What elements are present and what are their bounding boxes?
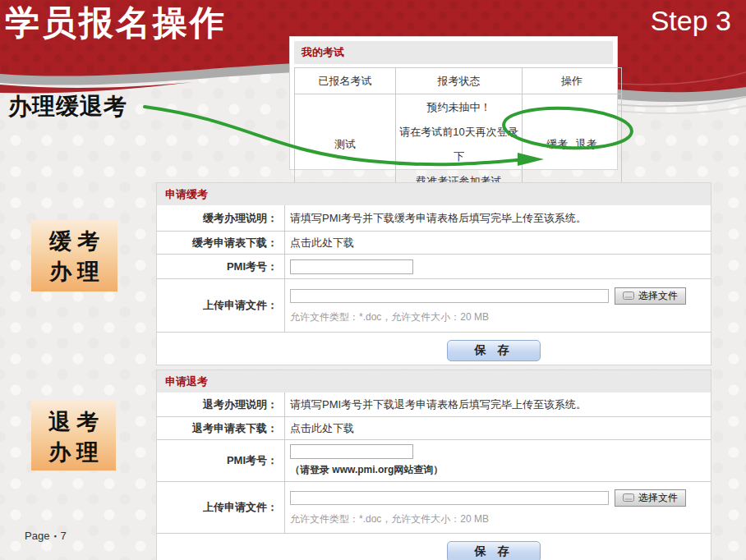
choose-file-button[interactable]: 选择文件	[615, 489, 686, 507]
form-row-download: 退考申请表下载： 点击此处下载	[157, 416, 711, 439]
download-link[interactable]: 点击此处下载	[285, 232, 711, 254]
page-number: Page▪7	[25, 530, 67, 542]
exam-actions-cell: 缓考 退考	[523, 94, 622, 195]
side-label-line: 办理	[31, 257, 117, 287]
form-row-description: 退考办理说明： 请填写PMI考号并下载退考申请表格后填写完毕上传至该系统。	[157, 392, 711, 416]
page-title: 学员报名操作	[5, 0, 227, 46]
form-row-pmi: PMI考号： （请登录 www.pmi.org网站查询）	[157, 439, 711, 481]
table-row: 测试 预约未抽中！ 请在考试前10天再次登录下 载准考证参加考试 缓考 退考	[295, 94, 622, 195]
deferral-form-panel: 申请缓考 缓考办理说明： 请填写PMI考号并下载缓考申请表格后填写完毕上传至该系…	[156, 182, 711, 365]
my-exams-panel: 我的考试 已报名考试 报考状态 操作 测试 预约未抽中！ 请在考试前10天再次登…	[289, 36, 618, 170]
status-line: 请在考试前10天再次登录下	[397, 120, 521, 169]
side-label-withdraw: 退考 办理	[31, 401, 116, 470]
exam-name-cell: 测试	[295, 94, 396, 195]
col-header-status: 报考状态	[396, 68, 523, 94]
defer-exam-link[interactable]: 缓考	[546, 138, 568, 150]
upload-file-input[interactable]	[290, 289, 609, 303]
description-value: 请填写PMI考号并下载退考申请表格后填写完毕上传至该系统。	[285, 392, 711, 416]
form-row-upload: 上传申请文件： 选择文件 允许文件类型：*.doc，允许文件大小：20 MB	[157, 481, 711, 533]
choose-file-label: 选择文件	[638, 491, 678, 505]
side-label-line: 办理	[31, 438, 116, 468]
exam-status-cell: 预约未抽中！ 请在考试前10天再次登录下 载准考证参加考试	[396, 94, 523, 195]
withdraw-form-title: 申请退考	[157, 370, 711, 392]
side-label-line: 缓考	[31, 227, 117, 257]
file-icon	[623, 291, 634, 300]
deferral-form-title: 申请缓考	[157, 183, 711, 205]
pmi-number-input[interactable]	[290, 259, 413, 274]
page-separator: ▪	[53, 532, 56, 540]
my-exams-title: 我的考试	[294, 41, 613, 64]
status-line: 预约未抽中！	[397, 95, 521, 120]
file-type-hint: 允许文件类型：*.doc，允许文件大小：20 MB	[290, 512, 489, 526]
page-number-value: 7	[61, 530, 67, 542]
choose-file-label: 选择文件	[638, 289, 678, 303]
form-row-pmi: PMI考号：	[157, 254, 711, 278]
save-button[interactable]: 保 存	[447, 340, 541, 361]
upload-file-input[interactable]	[290, 491, 609, 505]
file-type-hint: 允许文件类型：*.doc，允许文件大小：20 MB	[290, 310, 489, 324]
form-row-description: 缓考办理说明： 请填写PMI考号并下载缓考申请表格后填写完毕上传至该系统。	[157, 205, 711, 231]
annotation-text: 办理缓退考	[8, 91, 127, 122]
choose-file-button[interactable]: 选择文件	[615, 287, 686, 305]
upload-label: 上传申请文件：	[157, 279, 285, 332]
description-label: 退考办理说明：	[157, 392, 285, 416]
download-label: 退考申请表下载：	[157, 417, 285, 439]
withdraw-form-panel: 申请退考 退考办理说明： 请填写PMI考号并下载退考申请表格后填写完毕上传至该系…	[156, 370, 711, 560]
side-label-line: 退考	[31, 407, 116, 438]
form-row-download: 缓考申请表下载： 点击此处下载	[157, 231, 711, 254]
col-header-registered-exam: 已报名考试	[295, 68, 396, 94]
form-footer: 保 存	[157, 332, 711, 367]
description-label: 缓考办理说明：	[157, 205, 285, 231]
form-row-upload: 上传申请文件： 选择文件 允许文件类型：*.doc，允许文件大小：20 MB	[157, 278, 711, 332]
withdraw-exam-link[interactable]: 退考	[576, 138, 597, 150]
pmi-label: PMI考号：	[157, 255, 285, 278]
description-value: 请填写PMI考号并下载缓考申请表格后填写完毕上传至该系统。	[285, 205, 711, 231]
file-icon	[623, 493, 634, 502]
form-footer: 保 存	[157, 533, 711, 560]
slide: 学员报名操作 Step 3 我的考试 已报名考试 报考状态 操作 测试 预约未抽…	[0, 0, 746, 560]
side-label-deferral: 缓考 办理	[31, 220, 117, 291]
download-label: 缓考申请表下载：	[157, 232, 285, 254]
page-label: Page	[25, 530, 49, 542]
my-exams-table: 已报名考试 报考状态 操作 测试 预约未抽中！ 请在考试前10天再次登录下 载准…	[294, 67, 622, 195]
pmi-lookup-note: （请登录 www.pmi.org网站查询）	[290, 463, 443, 477]
upload-label: 上传申请文件：	[157, 482, 285, 533]
save-button[interactable]: 保 存	[447, 541, 541, 560]
pmi-number-input[interactable]	[290, 444, 413, 459]
step-badge: Step 3	[651, 5, 731, 37]
col-header-actions: 操作	[523, 68, 622, 94]
table-header-row: 已报名考试 报考状态 操作	[295, 68, 622, 94]
pmi-label: PMI考号：	[157, 440, 285, 481]
download-link[interactable]: 点击此处下载	[285, 417, 711, 439]
